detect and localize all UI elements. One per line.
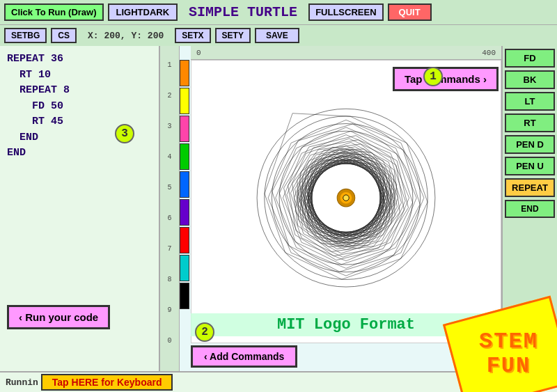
repeat-button[interactable]: REPEAT — [505, 178, 555, 197]
rt-button[interactable]: RT — [505, 113, 555, 132]
sety-button[interactable]: SETY — [215, 28, 251, 43]
end-button[interactable]: END — [505, 200, 555, 218]
ruler-mark-9: 9 — [160, 305, 179, 336]
tap-commands-button[interactable]: Tap commands › — [393, 67, 499, 91]
pen-d-button[interactable]: PEN D — [505, 135, 555, 154]
add-commands-button[interactable]: ‹ Add Commands — [191, 345, 297, 368]
save-button[interactable]: SAVE — [255, 28, 299, 43]
setx-button[interactable]: SETX — [175, 28, 210, 43]
stem-fun-text: STEMFUN — [479, 329, 538, 378]
svg-point-52 — [343, 195, 350, 201]
code-line-7: END — [7, 146, 152, 162]
swatch-pink[interactable] — [180, 116, 189, 142]
code-line-1: REPEAT 36 — [7, 52, 152, 68]
coordinates: X: 200, Y: 200 — [88, 31, 164, 41]
fullscreen-button[interactable]: FULLSCREEN — [308, 3, 383, 21]
drawing-canvas — [191, 60, 501, 343]
swatch-black[interactable] — [180, 283, 189, 309]
bk-button[interactable]: BK — [505, 70, 555, 89]
app-title: SIMPLE TURTLE — [189, 4, 297, 20]
ruler-mark-4: 4 — [160, 152, 179, 182]
ruler-mark-7: 7 — [160, 244, 179, 274]
ruler-mark-10: 0 — [160, 336, 179, 366]
swatch-orange[interactable] — [180, 60, 189, 86]
turtle-drawing — [191, 61, 501, 343]
code-editor[interactable]: REPEAT 36 RT 10 REPEAT 8 FD 50 RT 45 END… — [0, 46, 160, 371]
top-toolbar: Click To Run (Draw) LIGHTDARK SIMPLE TUR… — [0, 0, 557, 25]
lightdark-button[interactable]: LIGHTDARK — [108, 3, 178, 21]
ruler-left: 1 2 3 4 5 6 7 8 9 0 — [160, 46, 180, 371]
run-button[interactable]: Click To Run (Draw) — [4, 3, 104, 21]
ruler-400: 400 — [482, 49, 496, 57]
swatch-blue[interactable] — [180, 171, 189, 198]
badge-1: 1 — [423, 67, 443, 86]
ruler-mark-1: 1 — [160, 60, 179, 91]
running-text: Runnin — [6, 377, 38, 388]
code-line-4: FD 50 — [7, 99, 152, 115]
ruler-mark-2: 2 — [160, 91, 179, 121]
ruler-mark-5: 5 — [160, 182, 179, 213]
ruler-zero: 0 — [196, 49, 201, 57]
pen-u-button[interactable]: PEN U — [505, 157, 555, 175]
lt-button[interactable]: LT — [505, 92, 555, 111]
code-line-2: RT 10 — [7, 68, 152, 84]
quit-button[interactable]: QUIT — [388, 3, 432, 21]
swatch-purple[interactable] — [180, 199, 189, 226]
ruler-top: 0 400 — [191, 46, 501, 60]
badge-2: 2 — [195, 322, 214, 342]
badge-3: 3 — [115, 124, 134, 143]
swatch-yellow[interactable] — [180, 88, 189, 114]
ruler-mark-3: 3 — [160, 121, 179, 152]
ruler-mark-6: 6 — [160, 213, 179, 244]
swatch-cyan[interactable] — [180, 255, 189, 281]
code-line-3: REPEAT 8 — [7, 83, 152, 99]
keyboard-button[interactable]: Tap HERE for Keyboard — [41, 374, 173, 391]
cs-button[interactable]: CS — [51, 28, 77, 43]
second-toolbar: SETBG CS X: 200, Y: 200 SETX SETY SAVE — [0, 25, 557, 46]
swatch-red[interactable] — [180, 227, 189, 253]
run-code-button[interactable]: ‹ Run your code — [7, 305, 110, 329]
setbg-button[interactable]: SETBG — [4, 28, 47, 43]
color-swatches — [180, 60, 191, 309]
ruler-mark-8: 8 — [160, 274, 179, 305]
fd-button[interactable]: FD — [505, 49, 555, 68]
swatch-green[interactable] — [180, 143, 189, 170]
